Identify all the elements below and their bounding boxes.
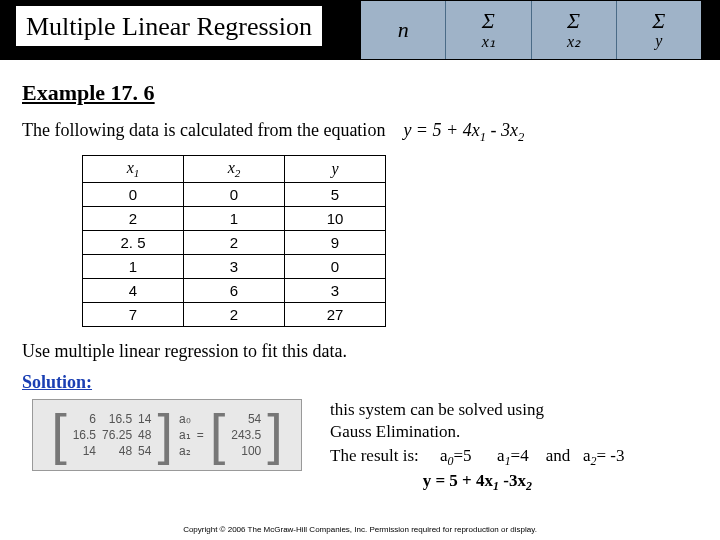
table-row: 463 — [83, 278, 386, 302]
table-row: 130 — [83, 254, 386, 278]
table-cell: 2 — [184, 230, 285, 254]
instruction-text: Use multiple linear regression to fit th… — [22, 341, 698, 362]
table-header: x2 — [184, 155, 285, 182]
table-header: y — [285, 155, 386, 182]
table-cell: 0 — [83, 182, 184, 206]
summation-panel: n Σx₁ Σx₂ Σy — [360, 0, 702, 60]
table-row: 7227 — [83, 302, 386, 326]
table-cell: 9 — [285, 230, 386, 254]
data-table: x1x2y 00521102. 5291304637227 — [82, 155, 386, 327]
result-and: and — [546, 446, 571, 465]
table-cell: 27 — [285, 302, 386, 326]
equation: y = 5 + 4x1 - 3x2 — [403, 120, 524, 140]
table-row: 005 — [83, 182, 386, 206]
content-area: Example 17. 6 The following data is calc… — [0, 60, 720, 495]
table-cell: 0 — [285, 254, 386, 278]
table-row: 2. 529 — [83, 230, 386, 254]
solution-label: Solution: — [22, 372, 92, 393]
table-cell: 2. 5 — [83, 230, 184, 254]
table-cell: 2 — [83, 206, 184, 230]
result-a2: a2= -3 — [583, 446, 625, 465]
result-line1: this system can be solved using — [330, 399, 625, 421]
table-cell: 3 — [285, 278, 386, 302]
table-row: 2110 — [83, 206, 386, 230]
result-prefix: The result is: — [330, 446, 419, 465]
table-cell: 0 — [184, 182, 285, 206]
result-line3: The result is: a0=5 a1=4 and a2= -3 — [330, 445, 625, 470]
example-heading: Example 17. 6 — [22, 80, 698, 106]
result-line2: Gauss Elimination. — [330, 421, 625, 443]
result-a0: a0=5 — [440, 446, 472, 465]
table-cell: 4 — [83, 278, 184, 302]
table-cell: 7 — [83, 302, 184, 326]
table-cell: 6 — [184, 278, 285, 302]
table-cell: 1 — [83, 254, 184, 278]
sum-cell-x2: Σx₂ — [532, 1, 617, 59]
result-text: this system can be solved using Gauss El… — [330, 399, 625, 495]
result-a1: a1=4 — [497, 446, 529, 465]
lead-paragraph: The following data is calculated from th… — [22, 120, 698, 145]
copyright-text: Copyright © 2006 The McGraw-Hill Compani… — [0, 525, 720, 534]
title-bar: Multiple Linear Regression n Σx₁ Σx₂ Σy — [0, 0, 720, 60]
solution-row: [ 616.514 16.576.2548 144854 ] a₀a₁a₂ = … — [22, 399, 698, 495]
table-cell: 3 — [184, 254, 285, 278]
sum-cell-n: n — [361, 1, 446, 59]
result-final-equation: y = 5 + 4x1 -3x2 — [330, 470, 625, 495]
table-cell: 2 — [184, 302, 285, 326]
matrix-thumbnail: [ 616.514 16.576.2548 144854 ] a₀a₁a₂ = … — [32, 399, 302, 471]
table-cell: 1 — [184, 206, 285, 230]
lead-text: The following data is calculated from th… — [22, 120, 385, 140]
sum-cell-y: Σy — [617, 1, 701, 59]
table-cell: 5 — [285, 182, 386, 206]
slide-title: Multiple Linear Regression — [16, 6, 322, 46]
table-header: x1 — [83, 155, 184, 182]
sum-cell-x1: Σx₁ — [446, 1, 531, 59]
table-cell: 10 — [285, 206, 386, 230]
